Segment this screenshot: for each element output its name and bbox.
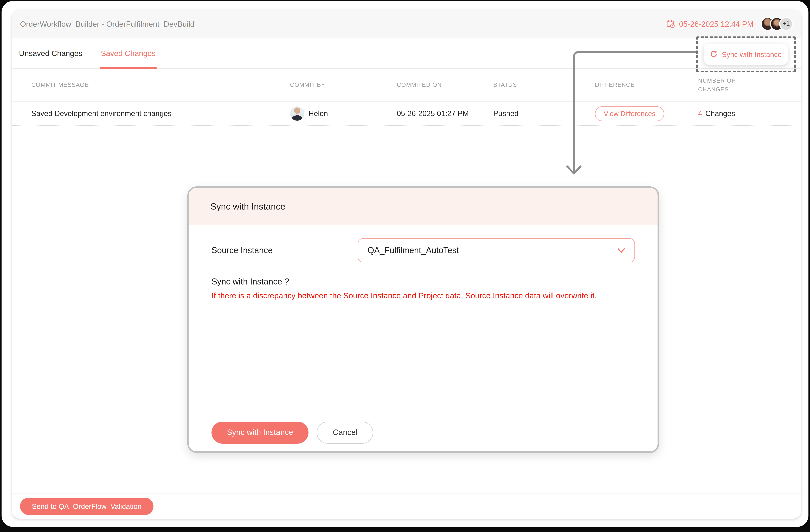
page-footer: Send to QA_OrderFlow_Validation: [12, 493, 801, 519]
sync-question-text: Sync with Instance ?: [211, 277, 635, 287]
modal-body: Source Instance QA_Fulfilment_AutoTest S…: [189, 238, 658, 301]
source-instance-label: Source Instance: [211, 245, 273, 255]
window-frame: OrderWorkflow_Builder - OrderFulfilment_…: [2, 1, 808, 527]
panel-header: OrderWorkflow_Builder - OrderFulfilment_…: [12, 9, 801, 38]
avatar: [290, 106, 304, 121]
committed-on-cell: 05-26-2025 01:27 PM: [397, 109, 493, 117]
app-canvas: OrderWorkflow_Builder - OrderFulfilment_…: [0, 0, 810, 532]
sync-with-instance-label: Sync with Instance: [722, 50, 782, 58]
collaborator-avatars[interactable]: +1: [761, 17, 793, 31]
sync-with-instance-button[interactable]: Sync with Instance: [704, 44, 788, 65]
source-instance-select[interactable]: QA_Fulfilment_AutoTest: [358, 238, 635, 262]
modal-cancel-button[interactable]: Cancel: [317, 421, 373, 444]
commit-by-name: Helen: [308, 109, 328, 117]
changes-label: Changes: [705, 109, 735, 117]
column-number-of-changes: NUMBER OF CHANGES: [698, 76, 745, 94]
header-datetime: 05-26-2025 12:44 PM: [679, 19, 754, 28]
modal-sync-button[interactable]: Sync with Instance: [211, 421, 309, 444]
difference-cell: View Differences: [595, 106, 698, 121]
column-status: STATUS: [493, 81, 595, 89]
tab-saved-changes[interactable]: Saved Changes: [100, 38, 157, 68]
send-to-validation-button[interactable]: Send to QA_OrderFlow_Validation: [20, 497, 153, 515]
more-users-badge[interactable]: +1: [779, 17, 793, 31]
column-committed-on: COMMITED ON: [397, 81, 493, 89]
refresh-icon: [710, 50, 718, 58]
modal-footer: Sync with Instance Cancel: [189, 413, 658, 451]
modal-header: Sync with Instance: [189, 188, 658, 225]
calendar-clock-icon: [666, 19, 675, 28]
page-title: OrderWorkflow_Builder - OrderFulfilment_…: [20, 19, 195, 28]
source-instance-field: Source Instance QA_Fulfilment_AutoTest: [211, 238, 635, 262]
changes-count: 4: [698, 109, 702, 117]
tab-unsaved-changes[interactable]: Unsaved Changes: [18, 38, 83, 68]
status-cell: Pushed: [493, 109, 595, 117]
source-instance-value: QA_Fulfilment_AutoTest: [368, 245, 459, 255]
tab-bar: Unsaved Changes Saved Changes: [12, 38, 801, 69]
discrepancy-warning-text: If there is a discrepancy between the So…: [211, 291, 635, 301]
commit-message-cell: Saved Development environment changes: [31, 109, 290, 117]
sync-with-instance-highlight: Sync with Instance: [696, 36, 796, 72]
view-differences-button[interactable]: View Differences: [595, 106, 664, 121]
sync-with-instance-modal: Sync with Instance Source Instance QA_Fu…: [188, 187, 659, 453]
column-commit-message: COMMIT MESSAGE: [31, 81, 290, 89]
table-header-row: COMMIT MESSAGE COMMIT BY COMMITED ON STA…: [12, 69, 801, 102]
chevron-down-icon: [617, 248, 625, 253]
commit-by-cell: Helen: [290, 106, 397, 121]
column-commit-by: COMMIT BY: [290, 81, 397, 89]
column-difference: DIFFERENCE: [595, 81, 698, 89]
modal-title: Sync with Instance: [210, 201, 286, 212]
table-row[interactable]: Saved Development environment changes He…: [12, 102, 801, 126]
number-of-changes-cell: 4 Changes: [698, 109, 789, 117]
header-right-group: 05-26-2025 12:44 PM +1: [666, 17, 793, 31]
